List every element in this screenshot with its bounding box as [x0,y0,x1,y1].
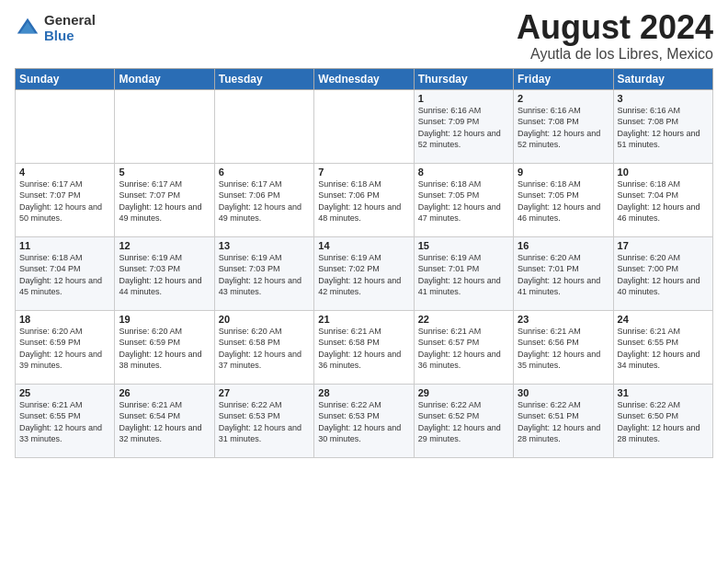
logo-blue: Blue [44,29,96,44]
day-cell-13: 13Sunrise: 6:19 AMSunset: 7:03 PMDayligh… [214,236,313,310]
week-row-3: 18Sunrise: 6:20 AMSunset: 6:59 PMDayligh… [16,310,713,384]
header-cell-thursday: Thursday [414,68,513,89]
header-cell-saturday: Saturday [613,68,712,89]
day-cell-21: 21Sunrise: 6:21 AMSunset: 6:58 PMDayligh… [314,310,414,384]
day-cell-empty [314,89,414,163]
day-number: 11 [19,240,110,251]
day-number: 8 [418,167,509,178]
day-number: 20 [219,314,310,325]
title-block: August 2024 Ayutla de los Libres, Mexico [517,9,713,63]
day-info: Sunrise: 6:22 AMSunset: 6:50 PMDaylight:… [618,400,700,444]
day-cell-empty [214,89,313,163]
day-cell-28: 28Sunrise: 6:22 AMSunset: 6:53 PMDayligh… [314,384,414,457]
day-info: Sunrise: 6:20 AMSunset: 6:59 PMDaylight:… [119,327,201,371]
day-info: Sunrise: 6:22 AMSunset: 6:53 PMDaylight:… [318,400,401,444]
calendar-table: SundayMondayTuesdayWednesdayThursdayFrid… [15,68,713,458]
day-cell-empty [16,89,115,163]
day-info: Sunrise: 6:18 AMSunset: 7:04 PMDaylight:… [19,253,102,297]
day-number: 16 [518,240,609,251]
page-container: General Blue August 2024 Ayutla de los L… [0,0,728,465]
day-cell-1: 1Sunrise: 6:16 AMSunset: 7:09 PMDaylight… [414,89,513,163]
day-cell-4: 4Sunrise: 6:17 AMSunset: 7:07 PMDaylight… [16,163,115,236]
day-number: 15 [418,240,509,251]
day-info: Sunrise: 6:19 AMSunset: 7:03 PMDaylight:… [219,253,301,297]
header-row: General Blue August 2024 Ayutla de los L… [15,9,713,63]
day-cell-20: 20Sunrise: 6:20 AMSunset: 6:58 PMDayligh… [214,310,313,384]
day-number: 18 [19,314,110,325]
day-info: Sunrise: 6:19 AMSunset: 7:03 PMDaylight:… [119,253,201,297]
day-info: Sunrise: 6:19 AMSunset: 7:01 PMDaylight:… [418,253,501,297]
day-cell-31: 31Sunrise: 6:22 AMSunset: 6:50 PMDayligh… [613,384,712,457]
day-number: 19 [119,314,210,325]
day-cell-2: 2Sunrise: 6:16 AMSunset: 7:08 PMDaylight… [514,89,613,163]
day-number: 3 [618,93,709,104]
week-row-4: 25Sunrise: 6:21 AMSunset: 6:55 PMDayligh… [16,384,713,457]
day-cell-empty [115,89,214,163]
day-cell-25: 25Sunrise: 6:21 AMSunset: 6:55 PMDayligh… [16,384,115,457]
day-cell-3: 3Sunrise: 6:16 AMSunset: 7:08 PMDaylight… [613,89,712,163]
day-number: 24 [618,314,709,325]
week-row-0: 1Sunrise: 6:16 AMSunset: 7:09 PMDaylight… [16,89,713,163]
day-number: 23 [518,314,609,325]
day-number: 31 [618,387,709,398]
day-info: Sunrise: 6:16 AMSunset: 7:08 PMDaylight:… [518,106,600,150]
day-cell-22: 22Sunrise: 6:21 AMSunset: 6:57 PMDayligh… [414,310,513,384]
day-info: Sunrise: 6:21 AMSunset: 6:55 PMDaylight:… [618,327,700,371]
day-info: Sunrise: 6:17 AMSunset: 7:07 PMDaylight:… [119,179,201,224]
day-info: Sunrise: 6:19 AMSunset: 7:02 PMDaylight:… [318,253,401,297]
day-cell-8: 8Sunrise: 6:18 AMSunset: 7:05 PMDaylight… [414,163,513,236]
day-cell-7: 7Sunrise: 6:18 AMSunset: 7:06 PMDaylight… [314,163,414,236]
day-cell-9: 9Sunrise: 6:18 AMSunset: 7:05 PMDaylight… [514,163,613,236]
day-number: 22 [418,314,509,325]
day-info: Sunrise: 6:18 AMSunset: 7:05 PMDaylight:… [418,179,501,224]
day-info: Sunrise: 6:16 AMSunset: 7:09 PMDaylight:… [418,106,501,150]
logo: General Blue [15,13,96,43]
day-cell-18: 18Sunrise: 6:20 AMSunset: 6:59 PMDayligh… [16,310,115,384]
day-number: 25 [19,387,110,398]
day-number: 12 [119,240,210,251]
day-cell-30: 30Sunrise: 6:22 AMSunset: 6:51 PMDayligh… [514,384,613,457]
day-number: 21 [318,314,409,325]
day-info: Sunrise: 6:18 AMSunset: 7:06 PMDaylight:… [318,179,401,224]
day-info: Sunrise: 6:22 AMSunset: 6:51 PMDaylight:… [518,400,600,444]
day-cell-24: 24Sunrise: 6:21 AMSunset: 6:55 PMDayligh… [613,310,712,384]
header-cell-tuesday: Tuesday [214,68,313,89]
day-info: Sunrise: 6:21 AMSunset: 6:57 PMDaylight:… [418,327,501,371]
day-cell-14: 14Sunrise: 6:19 AMSunset: 7:02 PMDayligh… [314,236,414,310]
day-info: Sunrise: 6:21 AMSunset: 6:54 PMDaylight:… [119,400,201,444]
logo-text: General Blue [44,13,96,43]
day-number: 6 [219,167,310,178]
day-cell-16: 16Sunrise: 6:20 AMSunset: 7:01 PMDayligh… [514,236,613,310]
day-cell-23: 23Sunrise: 6:21 AMSunset: 6:56 PMDayligh… [514,310,613,384]
day-number: 29 [418,387,509,398]
day-cell-5: 5Sunrise: 6:17 AMSunset: 7:07 PMDaylight… [115,163,214,236]
day-cell-17: 17Sunrise: 6:20 AMSunset: 7:00 PMDayligh… [613,236,712,310]
day-info: Sunrise: 6:16 AMSunset: 7:08 PMDaylight:… [618,106,700,150]
day-info: Sunrise: 6:17 AMSunset: 7:06 PMDaylight:… [219,179,301,224]
location-title: Ayutla de los Libres, Mexico [517,46,713,63]
day-number: 4 [19,167,110,178]
day-number: 14 [318,240,409,251]
day-info: Sunrise: 6:21 AMSunset: 6:55 PMDaylight:… [19,400,102,444]
day-number: 28 [318,387,409,398]
day-number: 9 [518,167,609,178]
day-cell-27: 27Sunrise: 6:22 AMSunset: 6:53 PMDayligh… [214,384,313,457]
day-info: Sunrise: 6:21 AMSunset: 6:58 PMDaylight:… [318,327,401,371]
month-title: August 2024 [517,9,713,46]
logo-icon [15,16,40,41]
day-number: 17 [618,240,709,251]
day-cell-11: 11Sunrise: 6:18 AMSunset: 7:04 PMDayligh… [16,236,115,310]
day-info: Sunrise: 6:20 AMSunset: 7:01 PMDaylight:… [518,253,600,297]
header-cell-monday: Monday [115,68,214,89]
day-cell-29: 29Sunrise: 6:22 AMSunset: 6:52 PMDayligh… [414,384,513,457]
day-number: 5 [119,167,210,178]
header-row-days: SundayMondayTuesdayWednesdayThursdayFrid… [16,68,713,89]
day-info: Sunrise: 6:21 AMSunset: 6:56 PMDaylight:… [518,327,600,371]
day-cell-15: 15Sunrise: 6:19 AMSunset: 7:01 PMDayligh… [414,236,513,310]
day-info: Sunrise: 6:22 AMSunset: 6:52 PMDaylight:… [418,400,501,444]
day-number: 30 [518,387,609,398]
day-number: 2 [518,93,609,104]
day-cell-6: 6Sunrise: 6:17 AMSunset: 7:06 PMDaylight… [214,163,313,236]
day-info: Sunrise: 6:20 AMSunset: 6:59 PMDaylight:… [19,327,102,371]
day-info: Sunrise: 6:20 AMSunset: 6:58 PMDaylight:… [219,327,301,371]
